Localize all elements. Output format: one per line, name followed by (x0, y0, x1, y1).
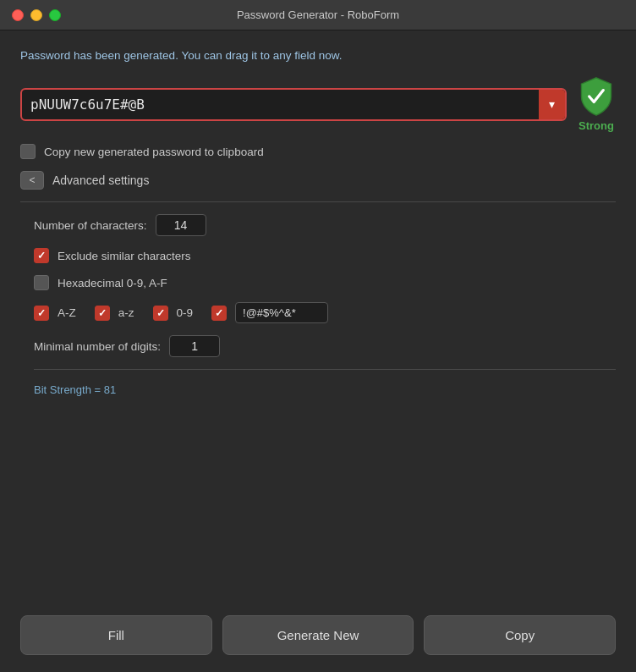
az-lower-row: a-z (95, 306, 134, 321)
traffic-lights (12, 9, 61, 21)
generate-new-button[interactable]: Generate New (222, 615, 414, 655)
digits-label: 0-9 (177, 306, 194, 319)
info-text: Password has been generated. You can dra… (20, 47, 616, 64)
advanced-settings-label: Advanced settings (52, 174, 149, 187)
num-chars-row: Number of characters: (34, 214, 616, 236)
digits-checkbox[interactable] (153, 306, 168, 321)
hex-row: Hexadecimal 0-9, A-F (34, 275, 616, 290)
password-input[interactable] (22, 90, 539, 119)
min-digits-row: Minimal number of digits: (34, 335, 616, 357)
az-lower-checkbox[interactable] (95, 306, 110, 321)
min-digits-input[interactable] (169, 335, 220, 357)
main-content: Password has been generated. You can dra… (0, 30, 636, 603)
maximize-button[interactable] (49, 9, 61, 21)
special-checkbox[interactable] (211, 306, 227, 321)
num-chars-label: Number of characters: (34, 219, 147, 232)
strength-indicator: Strong (577, 76, 616, 132)
exclude-similar-checkbox[interactable] (34, 248, 49, 263)
minimize-button[interactable] (30, 9, 42, 21)
advanced-settings-row: < Advanced settings (20, 171, 616, 190)
special-row (211, 302, 328, 323)
num-chars-input[interactable] (156, 214, 206, 236)
advanced-panel: Number of characters: Exclude similar ch… (20, 214, 616, 396)
clipboard-checkbox[interactable] (20, 144, 36, 159)
hex-checkbox[interactable] (34, 275, 49, 290)
window-title: Password Generator - RoboForm (237, 8, 399, 21)
az-lower-label: a-z (118, 306, 134, 319)
min-digits-label: Minimal number of digits: (34, 340, 161, 353)
digits-row: 0-9 (153, 306, 194, 321)
exclude-similar-row: Exclude similar characters (34, 248, 616, 263)
az-upper-checkbox[interactable] (34, 306, 49, 321)
hex-label: Hexadecimal 0-9, A-F (58, 277, 167, 289)
close-button[interactable] (12, 9, 24, 21)
divider-2 (34, 369, 616, 370)
az-upper-row: A-Z (34, 306, 76, 321)
az-upper-label: A-Z (58, 306, 76, 319)
shield-icon (577, 76, 616, 117)
strength-label: Strong (578, 119, 614, 132)
special-chars-input[interactable] (235, 302, 328, 323)
exclude-similar-label: Exclude similar characters (58, 250, 191, 262)
clipboard-checkbox-label: Copy new generated password to clipboard (44, 146, 264, 158)
copy-button[interactable]: Copy (424, 615, 616, 655)
password-input-wrapper: ▾ (20, 88, 567, 121)
bit-strength: Bit Strength = 81 (34, 382, 616, 396)
password-row: ▾ Strong (20, 76, 616, 132)
bottom-bar: Fill Generate New Copy (0, 603, 636, 672)
charset-row: A-Z a-z 0-9 (34, 302, 616, 323)
clipboard-checkbox-row: Copy new generated password to clipboard (20, 144, 616, 159)
title-bar: Password Generator - RoboForm (0, 0, 636, 30)
divider-1 (20, 201, 616, 202)
password-dropdown-button[interactable]: ▾ (539, 90, 565, 119)
advanced-toggle-button[interactable]: < (20, 171, 44, 190)
fill-button[interactable]: Fill (20, 615, 212, 655)
